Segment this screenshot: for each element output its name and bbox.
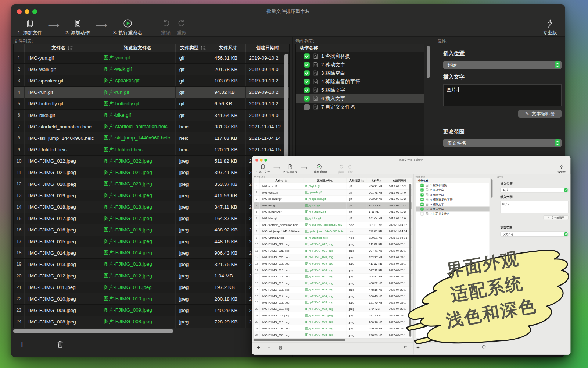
- file-row[interactable]: 9IMG-Untitled.heic图片-Untitled.heicheic12…: [254, 235, 412, 241]
- file-row[interactable]: 23IMG-FJIMG_009.jpeg图片-FJIMG_009.jpegjpe…: [254, 325, 412, 332]
- column-header-3[interactable]: 文件类型: [176, 44, 211, 52]
- file-row[interactable]: 13IMG-FJIMG_019.jpeg图片-FJIMG_019.jpegjpe…: [254, 261, 412, 267]
- file-row[interactable]: 16IMG-FJIMG_016.jpeg图片-FJIMG_016.jpegjpe…: [14, 224, 289, 236]
- run-rename-button[interactable]: 3. 执行重命名: [311, 164, 328, 174]
- action-row[interactable]: 7 自定义文件名: [416, 211, 490, 216]
- column-header-1[interactable]: 文件名: [25, 44, 100, 52]
- action-row[interactable]: 5 移除文字: [416, 202, 490, 207]
- redo-button[interactable]: 重做: [177, 18, 187, 36]
- checkbox-checked-icon[interactable]: [304, 87, 310, 93]
- column-header-4[interactable]: 文件尺寸: [211, 44, 246, 52]
- checkbox-checked-icon[interactable]: [420, 207, 424, 210]
- run-rename-button[interactable]: 3. 执行重命名: [113, 18, 142, 36]
- checkbox-checked-icon[interactable]: [420, 198, 424, 201]
- file-row[interactable]: 11IMG-FJIMG_021.jpeg图片-FJIMG_021.jpegjpe…: [254, 248, 412, 254]
- file-row[interactable]: 18IMG-FJIMG_014.jpeg图片-FJIMG_014.jpegjpe…: [254, 293, 412, 300]
- action-row[interactable]: 6 插入文字: [296, 94, 424, 103]
- checkbox-checked-icon[interactable]: [304, 96, 310, 102]
- column-header-2[interactable]: 预览新文件名: [100, 44, 175, 52]
- file-row[interactable]: 13IMG-FJIMG_019.jpeg图片-FJIMG_019.jpegjpe…: [14, 190, 289, 201]
- action-row[interactable]: 2 移动文字: [416, 188, 490, 192]
- file-row[interactable]: 1IMG-yun.gif图片-yun.gifgif456.31 KB2019-0…: [254, 183, 412, 190]
- checkbox-checked-icon[interactable]: [420, 203, 424, 206]
- file-row[interactable]: 3IMG-speaker.gif图片-speaker.gifgif103.09 …: [14, 75, 289, 86]
- file-row[interactable]: 18IMG-FJIMG_014.jpeg图片-FJIMG_014.jpegjpe…: [14, 247, 289, 259]
- file-row[interactable]: 20IMG-FJIMG_012.jpeg图片-FJIMG_012.jpegjpe…: [14, 270, 289, 282]
- pro-version-button[interactable]: 专业版: [543, 18, 557, 36]
- horizontal-scrollbar[interactable]: [13, 329, 290, 333]
- file-row[interactable]: 21IMG-FJIMG_011.jpeg图片-FJIMG_011.jpegjpe…: [14, 282, 289, 293]
- file-row[interactable]: 10IMG-FJIMG_022.jpeg图片-FJIMG_022.jpegjpe…: [254, 241, 412, 248]
- minimize-button[interactable]: [25, 9, 29, 14]
- column-header-4[interactable]: 文件尺寸: [367, 178, 387, 183]
- add-files-button[interactable]: 1. 添加文件: [18, 18, 42, 36]
- action-scrollbar-thumb[interactable]: [427, 46, 430, 78]
- add-files-button[interactable]: 1. 添加文件: [256, 164, 270, 174]
- file-row[interactable]: 15IMG-FJIMG_017.jpeg图片-FJIMG_017.jpegjpe…: [14, 213, 289, 224]
- file-row[interactable]: 19IMG-FJIMG_013.jpeg图片-FJIMG_013.jpegjpe…: [14, 259, 289, 270]
- remove-file-button[interactable]: −: [37, 340, 43, 348]
- column-header-2[interactable]: 预览新文件名: [303, 178, 347, 183]
- file-row[interactable]: 20IMG-FJIMG_012.jpeg图片-FJIMG_012.jpegjpe…: [254, 306, 412, 312]
- file-row[interactable]: 24IMG-FJIMG_008.jpeg图片-FJIMG_008.jpegjpe…: [254, 332, 412, 338]
- add-action-button[interactable]: 2. 添加动作: [65, 18, 90, 36]
- fullscreen-button[interactable]: [32, 9, 37, 14]
- file-row[interactable]: 9IMG-Untitled.heic图片-Untitled.heicheic12…: [14, 144, 289, 156]
- close-button[interactable]: [17, 9, 22, 14]
- file-row[interactable]: 6IMG-bike.gif图片-bike.gifgif341.64 KB2019…: [254, 215, 412, 222]
- checkbox-unchecked-icon[interactable]: [420, 212, 424, 215]
- action-row[interactable]: 1 查找和替换: [416, 183, 490, 188]
- file-row[interactable]: 17IMG-FJIMG_015.jpeg图片-FJIMG_015.jpegjpe…: [14, 236, 289, 247]
- file-row[interactable]: 10IMG-FJIMG_022.jpeg图片-FJIMG_022.jpegjpe…: [14, 156, 289, 167]
- file-row[interactable]: 8IMG-ski_jump_1440x960.heic图片-ski_jump_1…: [254, 228, 412, 235]
- insert-position-select[interactable]: 起始: [443, 61, 562, 69]
- file-row[interactable]: 12IMG-FJIMG_020.jpeg图片-FJIMG_020.jpegjpe…: [254, 254, 412, 261]
- file-row[interactable]: 21IMG-FJIMG_011.jpeg图片-FJIMG_011.jpegjpe…: [254, 312, 412, 319]
- delete-all-button[interactable]: [56, 340, 65, 348]
- column-header-5[interactable]: 创建日期时: [246, 44, 289, 52]
- scope-select[interactable]: 仅文件名: [443, 139, 562, 147]
- file-row[interactable]: 14IMG-FJIMG_018.jpeg图片-FJIMG_018.jpegjpe…: [254, 267, 412, 274]
- action-row[interactable]: 3 移除空白: [296, 69, 424, 77]
- file-row[interactable]: 1IMG-yun.gif图片-yun.gifgif456.31 KB2019-0…: [14, 52, 289, 64]
- undo-button[interactable]: 撤销: [161, 18, 171, 36]
- column-header-5[interactable]: 创建日期时: [387, 178, 412, 183]
- file-row[interactable]: 7IMG-starfield_animation.heic图片-starfiel…: [14, 121, 289, 132]
- add-action-button[interactable]: 2. 添加动作: [283, 164, 297, 174]
- delete-all-button[interactable]: [278, 345, 283, 350]
- redo-button[interactable]: 重做: [347, 164, 353, 174]
- column-header-3[interactable]: 文件类型: [347, 178, 367, 183]
- file-row[interactable]: 5IMG-butterfly.gif图片-butterfly.gifgif6.5…: [14, 98, 289, 110]
- add-file-button[interactable]: +: [19, 340, 25, 348]
- horizontal-scrollbar-thumb[interactable]: [13, 329, 173, 333]
- file-row[interactable]: 17IMG-FJIMG_015.jpeg图片-FJIMG_015.jpegjpe…: [254, 286, 412, 293]
- remove-file-button[interactable]: −: [267, 345, 270, 350]
- insert-text-input[interactable]: 图片-: [443, 84, 562, 106]
- action-row[interactable]: 4 移除重复的字符: [296, 77, 424, 86]
- pro-version-button[interactable]: 专业版: [557, 164, 566, 174]
- text-editor-button[interactable]: ✎ 文本编辑器: [544, 215, 569, 220]
- checkbox-checked-icon[interactable]: [420, 193, 424, 197]
- add-file-button[interactable]: +: [257, 345, 260, 350]
- file-row[interactable]: 19IMG-FJIMG_013.jpeg图片-FJIMG_013.jpegjpe…: [254, 300, 412, 306]
- action-row[interactable]: 2 移动文字: [296, 60, 424, 69]
- insert-position-select[interactable]: 起始: [501, 188, 569, 192]
- column-header-1[interactable]: 文件名: [260, 178, 303, 183]
- action-row[interactable]: 1 查找和替换: [296, 52, 424, 60]
- checkbox-checked-icon[interactable]: [304, 53, 310, 59]
- horizontal-scrollbar[interactable]: [253, 339, 412, 341]
- file-row[interactable]: 15IMG-FJIMG_017.jpeg图片-FJIMG_017.jpegjpe…: [254, 273, 412, 280]
- file-row[interactable]: 22IMG-FJIMG_010.jpeg图片-FJIMG_010.jpegjpe…: [254, 319, 412, 325]
- checkbox-checked-icon[interactable]: [304, 79, 310, 85]
- file-row[interactable]: 5IMG-butterfly.gif图片-butterfly.gifgif6.5…: [254, 209, 412, 216]
- close-button[interactable]: [255, 159, 258, 161]
- action-row[interactable]: 6 插入文字: [416, 206, 490, 211]
- checkbox-unchecked-icon[interactable]: [304, 104, 310, 110]
- checkbox-checked-icon[interactable]: [304, 62, 310, 68]
- window-titlebar[interactable]: 批量文件排序重命名: [252, 156, 570, 164]
- action-row[interactable]: 4 移除重复的字符: [416, 197, 490, 202]
- file-row[interactable]: 4IMG-run.gif图片-run.gifgif94.32 KB2019-09…: [14, 87, 289, 98]
- text-editor-button[interactable]: ✎ 文本编辑器: [518, 110, 562, 118]
- file-row[interactable]: 11IMG-FJIMG_021.jpeg图片-FJIMG_021.jpegjpe…: [14, 167, 289, 178]
- checkbox-checked-icon[interactable]: [420, 184, 424, 187]
